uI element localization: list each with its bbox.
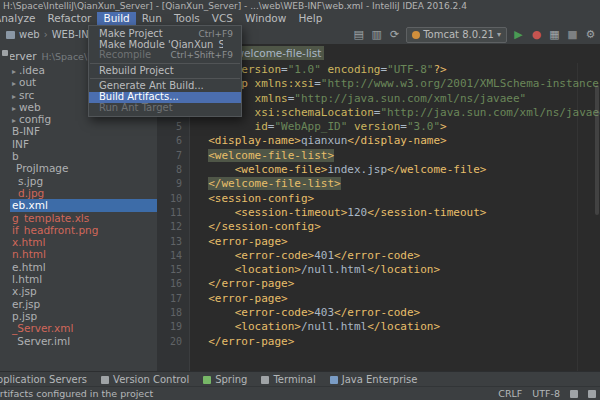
code-line[interactable]: 11 <session-timeout>120</session-timeout…: [157, 206, 600, 220]
project-tool-icon[interactable]: [2, 50, 8, 56]
line-number[interactable]: 5: [157, 120, 189, 134]
menu-item-rebuild-project[interactable]: Rebuild Project: [89, 66, 241, 77]
code-line[interactable]: 7 <welcome-file-list>: [157, 149, 600, 163]
project-tree-item[interactable]: d.jpg: [10, 187, 157, 199]
project-tree-item[interactable]: x.jsp: [10, 285, 157, 297]
menu-analyze[interactable]: Analyze: [0, 12, 41, 25]
menu-vcs[interactable]: VCS: [206, 12, 239, 25]
code-line[interactable]: 20 </error-page>: [157, 335, 600, 349]
save-all-icon[interactable]: ▥: [370, 25, 383, 44]
project-tree-item[interactable]: n.html: [10, 248, 157, 260]
sync-icon[interactable]: ⟳: [388, 25, 401, 44]
line-number[interactable]: 12: [157, 220, 189, 234]
project-tree-item[interactable]: eb.xml: [10, 199, 157, 211]
indent: [195, 149, 208, 162]
code-line[interactable]: 5 id="WebApp_ID" version="3.0">: [157, 120, 600, 134]
lock-icon[interactable]: [570, 390, 578, 398]
code-line[interactable]: 18 <error-code>403</error-code>: [157, 306, 600, 320]
project-tree-item-label: .idea: [19, 64, 45, 76]
spring-icon: [203, 376, 211, 384]
menu-item-make-project[interactable]: Make ProjectCtrl+F9: [89, 29, 241, 40]
project-tree-item[interactable]: ProjImage: [10, 162, 157, 174]
code-text: <location>/null.html</location>: [189, 263, 440, 277]
tool-window-label: Spring: [215, 374, 247, 385]
line-number[interactable]: 9: [157, 177, 189, 191]
menu-item-run-ant-target[interactable]: Run Ant Target: [89, 103, 241, 114]
editor-scrollbar[interactable]: [595, 85, 599, 215]
code-line[interactable]: 16 </error-page>: [157, 277, 600, 291]
code-line[interactable]: 13 <error-page>: [157, 235, 600, 249]
line-number[interactable]: 8: [157, 163, 189, 177]
code-line[interactable]: 10 <session-config>: [157, 192, 600, 206]
menu-window[interactable]: Window: [239, 12, 292, 25]
settings-icon[interactable]: ⚙: [584, 25, 597, 44]
coverage-icon[interactable]: ▦: [548, 25, 561, 44]
line-number[interactable]: 13: [157, 235, 189, 249]
line-number[interactable]: 10: [157, 192, 189, 206]
menu-build[interactable]: Build: [97, 12, 135, 25]
code-token: ?>: [433, 63, 446, 76]
menu-item-build-artifacts[interactable]: Build Artifacts...: [89, 92, 241, 103]
chevron-down-icon: ▾: [497, 30, 501, 39]
line-number[interactable]: 6: [157, 134, 189, 148]
tool-window-label: Java Enterprise: [342, 374, 418, 385]
menu-run[interactable]: Run: [136, 12, 168, 25]
code-line[interactable]: 19 <location>/null.html</location>: [157, 320, 600, 334]
line-number[interactable]: 15: [157, 263, 189, 277]
line-number[interactable]: 18: [157, 306, 189, 320]
java-enterprise-button[interactable]: Java Enterprise: [330, 374, 418, 385]
menu-refactor[interactable]: Refactor: [41, 12, 97, 25]
stop-icon[interactable]: ■: [566, 25, 579, 44]
line-number[interactable]: 20: [157, 335, 189, 349]
nav-crumb-web[interactable]: web: [19, 29, 40, 40]
menu-item-generate-ant-build[interactable]: Generate Ant Build...: [89, 81, 241, 92]
project-tree-item[interactable]: g_template.xls: [10, 212, 157, 224]
run-configuration-select[interactable]: Tomcat 8.0.21 ▾: [406, 27, 507, 43]
debug-icon[interactable]: ●: [530, 25, 543, 44]
menu-item-label: Rebuild Project: [99, 66, 223, 77]
project-tree-item[interactable]: b: [10, 150, 157, 162]
line-number[interactable]: 11: [157, 206, 189, 220]
menu-item-recompile[interactable]: RecompileCtrl+Shift+F9: [89, 50, 241, 61]
code-token: </error-page>: [208, 277, 294, 290]
project-tree-item[interactable]: s.jpg: [10, 175, 157, 187]
project-tree-item[interactable]: _Server.iml: [10, 335, 157, 347]
menu-item-make-module-qianxun-server[interactable]: Make Module 'QianXun_Server': [89, 40, 241, 51]
project-tree-item[interactable]: if_headfront.png: [10, 224, 157, 236]
code-line[interactable]: 9 </welcome-file-list>: [157, 177, 600, 191]
project-tree-item[interactable]: p.jsp: [10, 310, 157, 322]
project-tree-item-label: x.jsp: [12, 285, 37, 297]
breadcrumb-welcome-file-list[interactable]: welcome-file-list: [232, 46, 324, 60]
run-icon[interactable]: ▶: [512, 25, 525, 44]
project-tree-item[interactable]: _Server.xml: [10, 322, 157, 334]
code-line[interactable]: 6 <display-name>qianxun</display-name>: [157, 134, 600, 148]
spring-button[interactable]: Spring: [203, 374, 247, 385]
project-tree-item[interactable]: INF: [10, 138, 157, 150]
project-tree-item[interactable]: l.html: [10, 273, 157, 285]
menu-help[interactable]: Help: [292, 12, 328, 25]
project-tree-item[interactable]: er.jsp: [10, 298, 157, 310]
line-number[interactable]: 19: [157, 320, 189, 334]
line-number[interactable]: 17: [157, 292, 189, 306]
line-ending-indicator[interactable]: CRLF: [498, 387, 522, 400]
indent: [195, 235, 208, 248]
code-line[interactable]: 17 <error-page>: [157, 292, 600, 306]
code-line[interactable]: 8 <welcome-file>index.jsp</welcome-file>: [157, 163, 600, 177]
line-number[interactable]: 16: [157, 277, 189, 291]
code-line[interactable]: 15 <location>/null.html</location>: [157, 263, 600, 277]
inspection-profile-icon[interactable]: [588, 390, 596, 398]
project-tree-item[interactable]: e.html: [10, 261, 157, 273]
code-line[interactable]: 14 <error-code>401</error-code>: [157, 249, 600, 263]
menu-tools[interactable]: Tools: [168, 12, 206, 25]
application-servers-button[interactable]: Application Servers: [0, 374, 87, 385]
project-tree-item[interactable]: x.html: [10, 236, 157, 248]
open-icon[interactable]: ▤: [352, 25, 365, 44]
line-number[interactable]: 14: [157, 249, 189, 263]
terminal-button[interactable]: Terminal: [261, 374, 315, 385]
code-line[interactable]: 12 </session-config>: [157, 220, 600, 234]
line-number[interactable]: 7: [157, 149, 189, 163]
code-token: =: [281, 63, 288, 76]
encoding-indicator[interactable]: UTF-8: [532, 387, 560, 400]
project-tree-item[interactable]: B-INF: [10, 125, 157, 137]
version-control-button[interactable]: Version Control: [101, 374, 189, 385]
